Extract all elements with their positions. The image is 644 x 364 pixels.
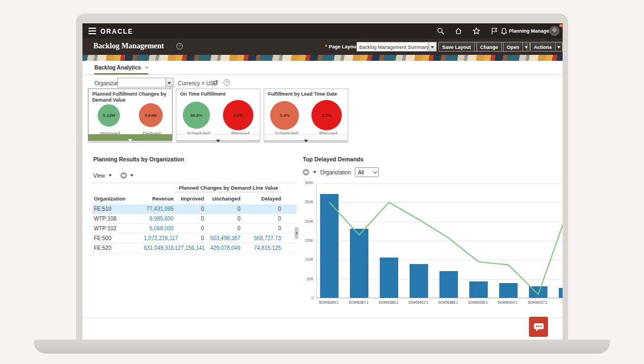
page-header: Backlog Management ? * Page Layout Backl… bbox=[82, 39, 563, 55]
kpi-circle-scheduled: 0.4% bbox=[270, 101, 299, 130]
delayed-cell: 0 bbox=[241, 216, 282, 222]
col-unchanged: Unchanged bbox=[205, 196, 241, 202]
kpi-card-on-time-fulfillment[interactable]: On Time Fulfillment 99.8% 0.6% Scheduled… bbox=[176, 89, 260, 141]
global-header: ORACLE Planning Manage... bbox=[82, 23, 563, 39]
notification-dot bbox=[559, 24, 563, 27]
unchanged-cell[interactable]: 503,498,387 bbox=[205, 235, 241, 241]
table-column-headers: Organization Revenue Improved Unchanged … bbox=[92, 193, 297, 203]
chat-button[interactable] bbox=[529, 317, 548, 337]
revenue-link[interactable]: 1,072,226,117 bbox=[144, 235, 175, 241]
organization-filter-select[interactable] bbox=[117, 78, 174, 87]
delayed-cell[interactable]: 74,815.125 bbox=[241, 245, 282, 251]
dropdown-arrow-icon[interactable] bbox=[165, 78, 173, 87]
group-header-label: Planned Changes by Demand Line Value bbox=[175, 185, 282, 192]
delayed-cell[interactable]: 568,727.73 bbox=[241, 235, 282, 241]
y-tick-label: 100K bbox=[305, 258, 314, 261]
org-cell: FE:520 bbox=[92, 245, 144, 251]
chevron-down-icon bbox=[373, 169, 377, 173]
chart-x-label: SO#06404:1 bbox=[492, 300, 524, 304]
revenue-link[interactable]: 8,985,600 bbox=[144, 216, 175, 222]
kpi-card-fulfillment-by-lead-time[interactable]: Fulfillment by Lead Time Date 0.4% 0.5% … bbox=[264, 89, 348, 141]
app-screen: ORACLE Planning Manage... Backlog Manage… bbox=[82, 23, 563, 340]
card-expander-arrow-icon[interactable] bbox=[264, 134, 348, 140]
dropdown-arrow-icon[interactable] bbox=[522, 42, 530, 51]
view-menu-arrow-icon[interactable] bbox=[109, 174, 112, 177]
table-row[interactable]: WTP:102 5,068,000 0 0 0 bbox=[92, 224, 297, 234]
hamburger-menu-icon[interactable] bbox=[88, 28, 96, 34]
page-layout-value: Backlog Management Summary bbox=[357, 42, 429, 51]
revenue-link[interactable]: 5,068,000 bbox=[144, 225, 175, 231]
kpi-card-planned-fulfillment-changes[interactable]: Planned Fulfillment Changes by Demand Va… bbox=[88, 89, 173, 141]
y-tick-label: 50K bbox=[307, 277, 314, 281]
organization-filter-value bbox=[118, 78, 165, 87]
table-row[interactable]: FE:500 1,072,226,117 0 503,498,387 568,7… bbox=[92, 234, 297, 243]
panel-splitter-handle[interactable] bbox=[295, 227, 298, 239]
chart-x-labels: SO#06399:1SO#06387:1SO#06386:1SO#06402:1… bbox=[316, 300, 563, 307]
favorites-star-icon[interactable] bbox=[473, 27, 480, 35]
avatar[interactable] bbox=[550, 26, 559, 36]
unchanged-cell: 0 bbox=[205, 225, 241, 231]
org-cell: FE:500 bbox=[92, 235, 144, 241]
table-row[interactable]: FE:520 631,049,316 127,156,141 429,078,0… bbox=[92, 243, 297, 253]
improved-cell[interactable]: 127,156,141 bbox=[175, 245, 205, 251]
view-menu[interactable]: View bbox=[93, 173, 105, 179]
unchanged-cell: 0 bbox=[205, 216, 241, 222]
home-icon[interactable] bbox=[455, 27, 462, 35]
delayed-cell: 0 bbox=[241, 225, 282, 231]
notifications-bell-icon[interactable] bbox=[500, 27, 508, 35]
chart-x-label: SO#06402:1 bbox=[402, 300, 435, 304]
close-icon[interactable]: × bbox=[145, 65, 149, 71]
actions-button[interactable]: Actions bbox=[530, 42, 563, 52]
card-expander-arrow-icon[interactable] bbox=[176, 134, 260, 140]
results-table-body: FE:510 77,431,095 0 0 0 WTP:108 8,985,60… bbox=[92, 204, 297, 253]
table-row[interactable]: FE:510 77,431,095 0 0 0 bbox=[92, 204, 297, 214]
open-button[interactable]: Open bbox=[503, 42, 530, 52]
table-row[interactable]: WTP:108 8,985,600 0 0 0 bbox=[92, 214, 297, 224]
tab-backlog-analytics[interactable]: Backlog Analytics × bbox=[94, 65, 148, 75]
search-icon[interactable] bbox=[437, 27, 444, 35]
detach-icon[interactable] bbox=[120, 172, 127, 179]
col-improved: Improved bbox=[175, 196, 205, 202]
delayed-cell: 0 bbox=[241, 206, 282, 212]
chart-organization-value: All bbox=[358, 170, 364, 175]
main-content: Backlog Analytics × Organization Currenc… bbox=[82, 61, 563, 340]
revenue-link[interactable]: 77,431,095 bbox=[144, 206, 175, 212]
page-layout-select[interactable]: Backlog Management Summary bbox=[356, 42, 437, 52]
actions-label: Actions bbox=[531, 42, 555, 51]
improved-cell: 0 bbox=[175, 235, 205, 241]
kpi-cards-row: Planned Fulfillment Changes by Demand Va… bbox=[88, 89, 348, 143]
laptop-base bbox=[34, 340, 610, 354]
kpi-circle-planned: 0.5% bbox=[311, 100, 342, 130]
unchanged-cell[interactable]: 429,078,049 bbox=[205, 245, 241, 251]
y-tick-label: 0 bbox=[311, 296, 314, 300]
detach-icon[interactable] bbox=[303, 169, 309, 175]
chart-organization-select[interactable]: All bbox=[355, 167, 379, 177]
currency-label: Currency = USD bbox=[178, 80, 218, 86]
org-cell: WTP:108 bbox=[92, 216, 144, 222]
tab-label: Backlog Analytics bbox=[94, 65, 141, 71]
kpi-circle-improved: 0.13M bbox=[98, 104, 120, 127]
help-icon[interactable]: ? bbox=[176, 43, 183, 49]
chart-organization-label: Organization bbox=[320, 170, 351, 175]
refresh-icon[interactable]: ↺ bbox=[213, 79, 218, 86]
chart-x-label: SO#06 bbox=[551, 300, 563, 304]
content-bottom-divider bbox=[82, 318, 563, 318]
improved-cell: 0 bbox=[175, 206, 205, 212]
help-icon[interactable]: ? bbox=[224, 79, 230, 86]
flag-icon[interactable] bbox=[490, 27, 498, 35]
dropdown-arrow-icon[interactable] bbox=[555, 42, 562, 51]
save-layout-button[interactable]: Save Layout bbox=[438, 42, 482, 52]
decorative-banner bbox=[82, 55, 563, 61]
card-expander-arrow-icon[interactable] bbox=[88, 134, 172, 140]
kpi-circle-scheduled: 99.8% bbox=[183, 102, 210, 129]
results-panel-title: Planning Results by Organization bbox=[93, 156, 184, 162]
table-group-header: Planned Changes by Demand Line Value bbox=[92, 185, 297, 192]
chart-trend-line bbox=[317, 183, 563, 298]
dropdown-arrow-icon[interactable] bbox=[429, 42, 436, 51]
toolbar-arrow-icon[interactable] bbox=[313, 171, 316, 173]
kpi-circle-delayed: 0.64M bbox=[139, 103, 163, 127]
revenue-link[interactable]: 631,049,316 bbox=[144, 245, 175, 251]
toolbar-arrow-icon[interactable] bbox=[130, 174, 133, 177]
oracle-logo: ORACLE bbox=[100, 28, 133, 35]
col-organization: Organization bbox=[92, 196, 144, 202]
